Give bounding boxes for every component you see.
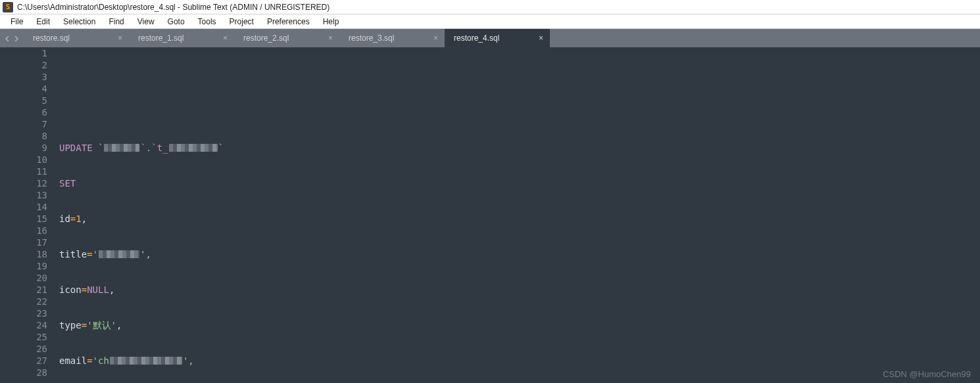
line-number: 7: [0, 118, 47, 130]
code-line: UPDATE ``.`t_`: [59, 142, 980, 154]
line-number: 25: [0, 331, 47, 343]
tabs: restore.sql × restore_1.sql × restore_2.…: [24, 29, 550, 47]
tabbar: restore.sql × restore_1.sql × restore_2.…: [0, 29, 980, 47]
line-number: 1: [0, 47, 47, 59]
code-line: icon=NULL,: [59, 284, 980, 296]
close-icon[interactable]: ×: [328, 34, 333, 43]
line-number: 24: [0, 319, 47, 331]
line-number: 23: [0, 307, 47, 319]
menu-view[interactable]: View: [131, 14, 161, 28]
line-number: 12: [0, 177, 47, 189]
tab-restore-3[interactable]: restore_3.sql ×: [339, 29, 445, 47]
gutter: 1234567891011121314151617181920212223242…: [0, 47, 59, 383]
line-number: 6: [0, 106, 47, 118]
tab-label: restore_2.sql: [243, 34, 289, 43]
code-line: [59, 106, 980, 118]
watermark: CSDN @HumoChen99: [883, 369, 971, 379]
tab-nav: [0, 29, 24, 47]
tab-restore-4[interactable]: restore_4.sql ×: [445, 29, 550, 47]
code-line: title='',: [59, 248, 980, 260]
line-number: 16: [0, 225, 47, 237]
code-line: [59, 71, 980, 83]
menu-help[interactable]: Help: [316, 14, 346, 28]
line-number: 28: [0, 367, 47, 378]
line-number: 2: [0, 59, 47, 71]
tab-back-icon[interactable]: [4, 32, 11, 45]
line-number: 21: [0, 284, 47, 296]
close-icon[interactable]: ×: [118, 34, 122, 43]
line-number: 10: [0, 154, 47, 166]
app-logo-icon: S: [3, 2, 13, 12]
menu-edit[interactable]: Edit: [30, 14, 57, 28]
line-number: 14: [0, 201, 47, 213]
line-number: 17: [0, 237, 47, 248]
tab-label: restore.sql: [33, 34, 70, 43]
line-number: 13: [0, 189, 47, 201]
tab-label: restore_4.sql: [454, 34, 499, 43]
line-number: 27: [0, 355, 47, 367]
code-area[interactable]: UPDATE ``.`t_` SET id=1, title='', icon=…: [59, 47, 980, 383]
line-number: 20: [0, 272, 47, 284]
line-number: 22: [0, 296, 47, 307]
line-number: 8: [0, 130, 47, 142]
line-number: 26: [0, 343, 47, 355]
menu-project[interactable]: Project: [223, 14, 260, 28]
tab-label: restore_1.sql: [138, 34, 184, 43]
menu-tools[interactable]: Tools: [191, 14, 223, 28]
tab-restore-1[interactable]: restore_1.sql ×: [129, 29, 234, 47]
tab-restore[interactable]: restore.sql ×: [24, 29, 129, 47]
menu-preferences[interactable]: Preferences: [260, 14, 316, 28]
tab-restore-2[interactable]: restore_2.sql ×: [234, 29, 339, 47]
tab-label: restore_3.sql: [349, 34, 394, 43]
menu-selection[interactable]: Selection: [57, 14, 102, 28]
line-number: 9: [0, 142, 47, 154]
menu-file[interactable]: File: [4, 14, 30, 28]
line-number: 4: [0, 83, 47, 95]
menu-goto[interactable]: Goto: [161, 14, 191, 28]
titlebar: S C:\Users\Administrator\Desktop\restore…: [0, 0, 980, 14]
menu-find[interactable]: Find: [102, 14, 130, 28]
line-number: 5: [0, 95, 47, 106]
code-line: email='ch',: [59, 355, 980, 367]
menubar: File Edit Selection Find View Goto Tools…: [0, 14, 980, 29]
code-line: type='默认',: [59, 319, 980, 331]
window-title: C:\Users\Administrator\Desktop\restore_4…: [17, 3, 330, 12]
code-line: SET: [59, 177, 980, 189]
code-line: id=1,: [59, 213, 980, 225]
line-number: 19: [0, 260, 47, 272]
close-icon[interactable]: ×: [433, 34, 438, 43]
close-icon[interactable]: ×: [539, 34, 543, 43]
tab-forward-icon[interactable]: [13, 32, 20, 45]
close-icon[interactable]: ×: [223, 34, 228, 43]
line-number: 3: [0, 71, 47, 83]
line-number: 15: [0, 213, 47, 225]
line-number: 18: [0, 248, 47, 260]
editor[interactable]: 1234567891011121314151617181920212223242…: [0, 47, 980, 383]
line-number: 11: [0, 166, 47, 177]
